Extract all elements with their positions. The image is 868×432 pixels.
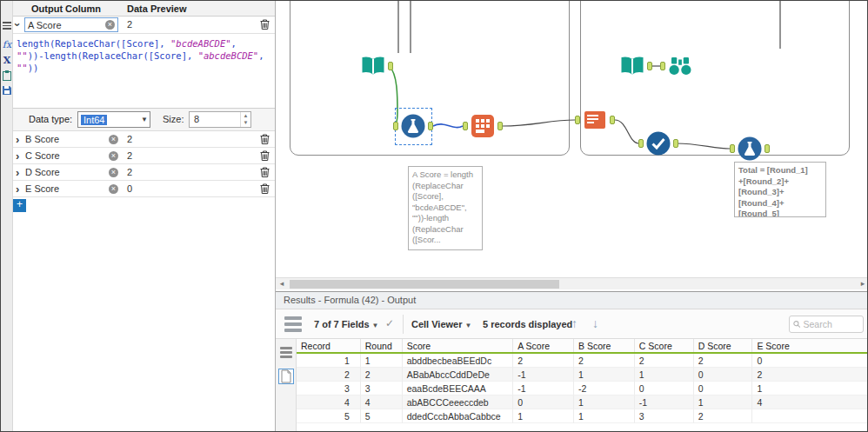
clipboard-icon[interactable] bbox=[2, 70, 12, 83]
spinner-icon[interactable]: ▲▼ bbox=[240, 112, 250, 127]
table-row[interactable]: 11abddbecbeaBEEdDc22220 bbox=[297, 354, 868, 368]
scrollbar-thumb[interactable] bbox=[290, 280, 559, 289]
column-header[interactable]: B Score bbox=[574, 339, 635, 352]
data-preview-header: Data Preview bbox=[127, 3, 186, 14]
chevron-right-icon[interactable]: › bbox=[16, 168, 19, 177]
scroll-right-icon[interactable]: ▸ bbox=[857, 278, 868, 289]
cell: 0 bbox=[635, 382, 694, 395]
output-anchor[interactable] bbox=[497, 122, 503, 130]
data-type-select[interactable]: Int64 ▼ bbox=[77, 111, 150, 128]
column-header[interactable]: E Score bbox=[752, 339, 868, 352]
table-row[interactable]: 22ABabAbccCddDeDe-11102 bbox=[297, 368, 868, 382]
column-header[interactable]: Round bbox=[361, 339, 403, 352]
column-header[interactable]: A Score bbox=[513, 339, 574, 352]
input-anchor[interactable] bbox=[393, 122, 398, 130]
trash-icon[interactable] bbox=[260, 134, 270, 144]
search-input[interactable] bbox=[803, 319, 859, 329]
field-row[interactable]: ›B Score×2 bbox=[13, 131, 275, 148]
column-header[interactable]: C Score bbox=[635, 339, 694, 352]
field-preview-value: 2 bbox=[127, 19, 132, 30]
cell: eaaBcdeBEECAAA bbox=[403, 382, 514, 395]
fx-functions-icon[interactable]: fx bbox=[2, 39, 12, 50]
output-anchor[interactable] bbox=[673, 139, 678, 148]
book-icon bbox=[619, 53, 645, 79]
trash-icon[interactable] bbox=[260, 183, 270, 194]
formula-tool-2[interactable] bbox=[737, 136, 763, 162]
config-side-strip: fx X bbox=[1, 1, 13, 432]
trash-icon[interactable] bbox=[260, 150, 270, 161]
column-header[interactable]: D Score bbox=[694, 339, 753, 352]
check-icon[interactable]: ✓ bbox=[385, 317, 394, 329]
output-column-header: Output Column bbox=[31, 3, 101, 14]
cell: 3 bbox=[297, 382, 361, 395]
workflow-canvas[interactable]: A Score = length (ReplaceChar ([Score], … bbox=[276, 1, 868, 290]
input-anchor[interactable] bbox=[660, 62, 665, 70]
arrow-up-icon[interactable]: ↑ bbox=[571, 316, 578, 330]
arrange-tool[interactable] bbox=[582, 107, 608, 133]
data-grid-icon[interactable] bbox=[284, 316, 302, 335]
results-body: RecordRoundScoreA ScoreB ScoreC ScoreD S… bbox=[276, 339, 868, 432]
input-anchor[interactable] bbox=[575, 116, 580, 124]
output-anchor[interactable] bbox=[765, 144, 770, 153]
formula-tool[interactable] bbox=[400, 113, 426, 139]
formula-annotation[interactable]: A Score = length (ReplaceChar ([Score], … bbox=[408, 166, 483, 250]
unique-tool[interactable] bbox=[645, 130, 671, 156]
field-row[interactable]: ›E Score×0 bbox=[13, 181, 275, 197]
canvas-horizontal-scrollbar[interactable]: ◂ ▸ bbox=[276, 277, 868, 289]
chevron-right-icon[interactable]: › bbox=[16, 151, 19, 161]
input-anchor[interactable] bbox=[463, 122, 468, 130]
cell: 2 bbox=[694, 354, 753, 368]
variables-icon[interactable]: X bbox=[2, 55, 12, 66]
trash-icon[interactable] bbox=[260, 19, 270, 30]
clear-field-icon[interactable]: × bbox=[109, 168, 118, 177]
column-header[interactable]: Record bbox=[297, 339, 361, 352]
field-name-input[interactable]: A Score × bbox=[24, 17, 118, 32]
size-input[interactable]: 8 ▲▼ bbox=[189, 111, 251, 128]
output-anchor[interactable] bbox=[388, 62, 393, 70]
table-row[interactable]: 44abABCCCeeeccdeb01-114 bbox=[297, 395, 868, 409]
fields-dropdown[interactable]: 7 of 7 Fields▼ bbox=[314, 319, 379, 329]
menu-icon[interactable] bbox=[3, 22, 11, 29]
chevron-down-icon[interactable]: › bbox=[13, 23, 23, 26]
clear-field-icon[interactable]: × bbox=[109, 151, 118, 161]
browse-tool[interactable] bbox=[667, 53, 693, 79]
clear-field-icon[interactable]: × bbox=[109, 135, 118, 144]
input-anchor[interactable] bbox=[638, 139, 644, 148]
output-anchor[interactable] bbox=[610, 116, 615, 124]
input-data-tool[interactable] bbox=[360, 53, 386, 79]
formula-editor[interactable]: length(ReplaceChar([Score], "bcdeABCDE",… bbox=[13, 34, 275, 109]
table-row[interactable]: 33eaaBcdeBEECAAA-1-2001 bbox=[297, 382, 868, 395]
trash-icon[interactable] bbox=[260, 167, 270, 177]
flask-icon bbox=[400, 113, 426, 139]
search-box[interactable] bbox=[789, 316, 864, 333]
save-icon[interactable] bbox=[2, 86, 12, 96]
cell-viewer-dropdown[interactable]: Cell Viewer▼ bbox=[411, 319, 471, 329]
formula-line: ""))-length(ReplaceChar([Score], "abcdeB… bbox=[17, 50, 273, 62]
active-field-row[interactable]: › A Score × 2 bbox=[13, 17, 275, 34]
table-row[interactable]: 55ddedCccbAbbaCabbce1132 bbox=[297, 409, 868, 423]
check-icon bbox=[645, 130, 671, 156]
field-preview-value: 0 bbox=[127, 183, 132, 194]
metadata-view-icon[interactable] bbox=[278, 344, 294, 360]
field-row[interactable]: ›D Score×2 bbox=[13, 164, 275, 181]
add-field-button[interactable]: + bbox=[13, 199, 26, 212]
chevron-right-icon[interactable]: › bbox=[16, 135, 19, 144]
input-data-tool-2[interactable] bbox=[619, 53, 645, 79]
field-row[interactable]: ›C Score×2 bbox=[13, 148, 275, 164]
input-anchor[interactable] bbox=[730, 144, 735, 153]
arrow-down-icon[interactable]: ↓ bbox=[592, 316, 598, 330]
chevron-right-icon[interactable]: › bbox=[16, 184, 19, 194]
column-header[interactable]: Score bbox=[403, 339, 514, 352]
cell: abABCCCeeeccdeb bbox=[403, 395, 514, 409]
cell: 2 bbox=[297, 368, 361, 382]
cell: 1 bbox=[574, 395, 635, 409]
output-anchor[interactable] bbox=[647, 62, 652, 70]
total-annotation[interactable]: Total = [Round_1] +[Round_2]+ [Round_3]+… bbox=[734, 162, 826, 217]
crosstab-tool[interactable] bbox=[470, 113, 496, 139]
clear-field-icon[interactable]: × bbox=[105, 20, 115, 30]
scroll-left-icon[interactable]: ◂ bbox=[276, 278, 288, 289]
output-anchor[interactable] bbox=[428, 122, 433, 130]
data-view-icon[interactable] bbox=[278, 369, 294, 384]
clear-field-icon[interactable]: × bbox=[109, 184, 118, 194]
cell: 1 bbox=[752, 382, 868, 395]
